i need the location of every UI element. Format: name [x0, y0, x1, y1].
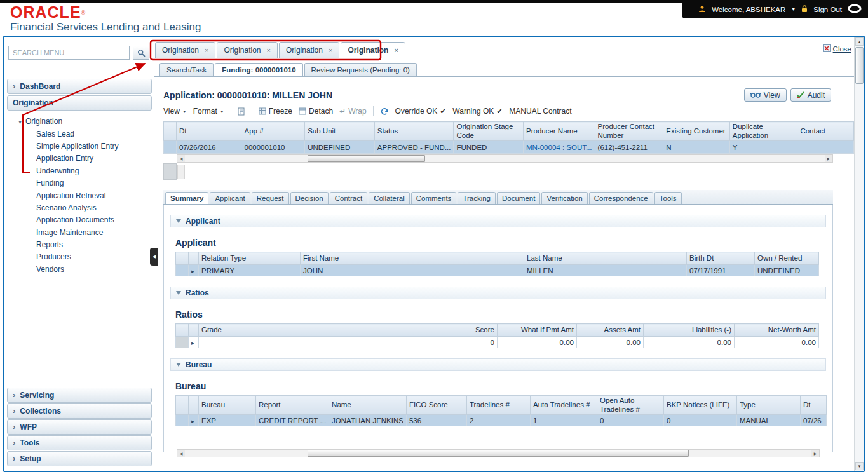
sidebar-item-origination[interactable]: Origination [7, 95, 152, 111]
row-expand-cell[interactable]: ▸ [189, 265, 199, 276]
column-header[interactable]: Dt [176, 122, 241, 141]
column-header[interactable]: Relation Type [199, 252, 301, 265]
column-header[interactable]: Score [421, 324, 498, 337]
column-header[interactable]: First Name [301, 252, 524, 265]
tab-origination-2[interactable]: Origination × [217, 42, 277, 58]
tree-item-underwriting[interactable]: Underwriting [18, 165, 154, 177]
expand-chevron-icon[interactable]: ▸ [191, 268, 194, 274]
tree-item-application-retrieval[interactable]: Application Retrieval [18, 189, 154, 201]
tab-decision[interactable]: Decision [290, 192, 329, 204]
scroll-right-icon[interactable]: ▶ [825, 155, 832, 162]
tab-close-icon[interactable]: × [267, 46, 271, 54]
column-header[interactable]: Own / Rented [755, 252, 819, 265]
tab-summary[interactable]: Summary [165, 192, 208, 204]
column-header[interactable]: Last Name [524, 252, 687, 265]
scrollbar-thumb[interactable] [308, 450, 689, 457]
scroll-left-icon[interactable]: ◀ [177, 155, 185, 162]
tree-item-scenario-analysis[interactable]: Scenario Analysis [18, 201, 154, 213]
search-input[interactable] [8, 46, 130, 60]
vertical-scrollbar[interactable]: ▲ ▼ [854, 37, 864, 471]
column-header[interactable]: Assets Amt [577, 324, 644, 337]
tab-contract[interactable]: Contract [330, 192, 367, 204]
table-row[interactable]: ▸ PRIMARY JOHN MILLEN 07/17/1991 UNDEFIN… [176, 265, 819, 276]
override-refresh-button[interactable] [380, 107, 389, 116]
column-header[interactable]: FICO Score [406, 396, 466, 415]
view-button[interactable]: View [744, 88, 787, 102]
tab-funding[interactable]: Funding: 0000001010 [215, 63, 302, 76]
tab-origination-3[interactable]: Origination × [279, 42, 339, 58]
tab-review-requests[interactable]: Review Requests (Pending: 0) [304, 63, 417, 76]
tree-item-application-entry[interactable]: Application Entry [18, 152, 154, 165]
panel-horizontal-scrollbar[interactable]: ◀ ▶ [177, 449, 820, 457]
row-selector-cell[interactable] [176, 337, 189, 348]
tree-item-sales-lead[interactable]: Sales Lead [18, 128, 154, 140]
format-menu[interactable]: Format ▼ [193, 107, 224, 116]
search-button[interactable] [133, 46, 149, 60]
column-header[interactable]: Auto Tradelines # [530, 396, 597, 415]
wrap-button[interactable]: ↵ Wrap [339, 107, 367, 116]
column-header[interactable]: Liabilities (-) [644, 324, 735, 337]
tree-item-simple-application-entry[interactable]: Simple Application Entry [18, 140, 154, 152]
view-menu[interactable]: View ▼ [163, 107, 187, 116]
sidebar-item-wfp[interactable]: › WFP [7, 419, 152, 435]
scroll-right-icon[interactable]: ▶ [811, 450, 819, 457]
column-header[interactable]: Grade [199, 324, 421, 337]
sign-out-link[interactable]: Sign Out [813, 6, 842, 13]
close-window-link[interactable]: Close [823, 44, 851, 53]
table-row[interactable]: ▸ EXP CREDIT REPORT ... JONATHAN JENKINS… [176, 415, 827, 426]
row-selector-cell[interactable] [164, 141, 177, 154]
scroll-up-icon[interactable]: ▲ [855, 37, 864, 46]
column-header[interactable]: BKP Notices (LIFE) [663, 396, 736, 415]
column-header[interactable]: Open Auto Tradelines # [597, 396, 663, 415]
row-selector-cell[interactable] [176, 265, 189, 276]
column-header[interactable]: Producer Name [524, 122, 595, 141]
tab-close-icon[interactable]: × [394, 46, 398, 54]
tree-item-image-maintenance[interactable]: Image Maintenance [18, 226, 154, 238]
row-expand-cell[interactable]: ▸ [189, 337, 199, 348]
scrollbar-thumb[interactable] [308, 155, 425, 162]
table-row[interactable]: ▸ 0 0.00 0.00 0.00 0.00 [176, 337, 819, 348]
export-button[interactable] [238, 107, 245, 116]
column-header[interactable]: Producer Contact Number [595, 122, 663, 141]
section-header-applicant[interactable]: Applicant [170, 215, 826, 227]
sidebar-item-tools[interactable]: › Tools [7, 435, 152, 450]
tree-item-application-documents[interactable]: Application Documents [18, 214, 154, 226]
override-ok-checkbox[interactable]: ✓ [440, 107, 446, 116]
audit-button[interactable]: Audit [790, 88, 831, 102]
sidebar-item-dashboard[interactable]: › DashBoard [7, 79, 152, 94]
tab-correspondence[interactable]: Correspondence [589, 192, 653, 204]
column-header[interactable]: Name [329, 396, 407, 415]
sidebar-item-setup[interactable]: › Setup [7, 451, 152, 466]
column-header[interactable]: Existing Customer [663, 122, 730, 141]
section-header-ratios[interactable]: Ratios [170, 287, 826, 299]
warning-ok-checkbox[interactable]: ✓ [496, 107, 503, 116]
tab-tracking[interactable]: Tracking [458, 192, 496, 204]
column-header[interactable]: Status [374, 122, 454, 141]
column-header[interactable]: Duplicate Application [729, 122, 797, 141]
section-header-bureau[interactable]: Bureau [170, 358, 826, 371]
sidebar-collapse-handle[interactable]: ◀ [150, 248, 158, 266]
column-header[interactable]: What If Pmt Amt [498, 324, 577, 337]
tree-item-vendors[interactable]: Vendors [18, 263, 154, 275]
column-header[interactable]: Birth Dt [687, 252, 755, 265]
cell-producer-name[interactable]: MN-00004 : SOUT... [524, 141, 595, 154]
column-header[interactable]: Net-Worth Amt [735, 324, 819, 337]
tab-close-icon[interactable]: × [205, 46, 208, 54]
column-header[interactable]: Sub Unit [305, 122, 375, 141]
row-expand-cell[interactable]: ▸ [189, 415, 199, 426]
column-header[interactable]: Contact [797, 122, 854, 141]
tree-root-origination[interactable]: ▾ Origination [18, 115, 154, 128]
scrollbar-thumb[interactable] [855, 47, 864, 84]
tree-item-funding[interactable]: Funding [18, 177, 154, 189]
column-header[interactable]: Bureau [199, 396, 256, 415]
tab-request[interactable]: Request [252, 192, 289, 204]
column-header[interactable]: Dt [800, 396, 826, 415]
tab-comments[interactable]: Comments [411, 192, 457, 204]
tab-close-icon[interactable]: × [329, 46, 332, 54]
expand-chevron-icon[interactable]: ▸ [191, 418, 194, 424]
tab-collateral[interactable]: Collateral [369, 192, 410, 204]
column-header[interactable]: Tradelines # [466, 396, 530, 415]
tab-verification[interactable]: Verification [541, 192, 587, 204]
tree-expand-icon[interactable]: ▾ [18, 118, 22, 125]
row-selector-cell[interactable] [176, 415, 189, 426]
